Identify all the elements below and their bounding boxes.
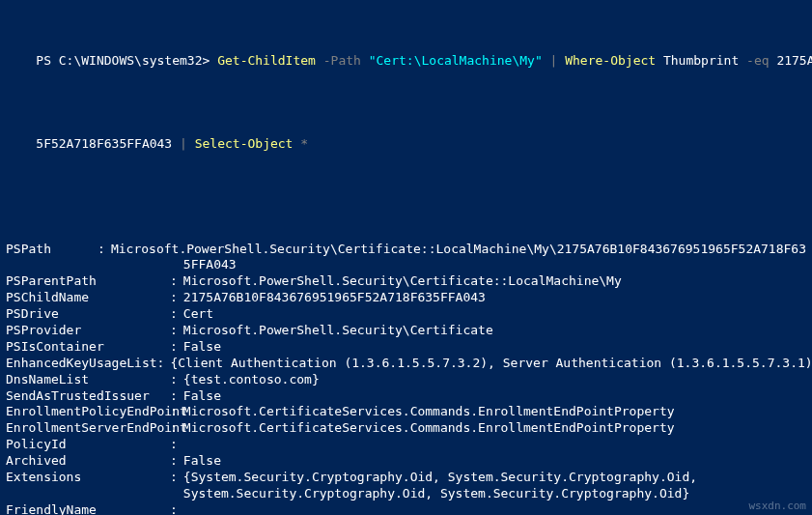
thumbprint-value-part1: 2175A76B10F84367695196 [776,53,812,68]
property-name: EnhancedKeyUsageList [6,356,157,372]
property-value: {Client Authentication (1.3.6.1.5.5.7.3.… [170,356,812,372]
output-row: EnhancedKeyUsageList:{Client Authenticat… [6,356,806,372]
output-row: PSDrive:Cert [6,306,806,323]
command-output: PSPath:Microsoft.PowerShell.Security\Cer… [6,242,806,515]
property-name: PSPath [6,242,98,258]
property-value: {System.Security.Cryptography.Oid, Syste… [183,470,806,486]
property-value: Microsoft.CertificateServices.Commands.E… [183,404,806,420]
property-value: Microsoft.PowerShell.Security\Certificat… [183,273,806,290]
command-line-2: 5F52A718F635FFA043 | Select-Object * [6,120,806,169]
ps-prompt: PS C:\WINDOWS\system32> [36,53,217,68]
property-value: Microsoft.PowerShell.Security\Certificat… [111,242,806,258]
property-name: PSChildName [6,290,170,306]
output-row: PSChildName:2175A76B10F843676951965F52A7… [6,290,806,306]
output-row: PSPath:Microsoft.PowerShell.Security\Cer… [6,242,806,258]
property-value: Cert [183,306,806,323]
cmdlet-where-object: Where-Object [565,53,656,68]
powershell-terminal[interactable]: PS C:\WINDOWS\system32> Get-ChildItem -P… [0,0,812,515]
output-row: PSParentPath:Microsoft.PowerShell.Securi… [6,273,806,290]
pipe-1: | [550,53,558,68]
property-name: PSDrive [6,306,170,323]
string-certpath: "Cert:\LocalMachine\My" [369,53,543,68]
property-value [183,502,806,515]
wildcard-star: * [300,136,308,151]
property-value: False [183,339,806,356]
thumbprint-value-part2: 5F52A718F635FFA043 [36,136,180,151]
property-value: 2175A76B10F843676951965F52A718F635FFA043 [183,290,806,306]
property-name: FriendlyName [6,502,170,515]
property-name: PolicyId [6,437,170,453]
output-row: SendAsTrustedIssuer:False [6,388,806,405]
property-name: SendAsTrustedIssuer [6,388,170,405]
pipe-2: | [180,136,187,151]
output-row: 5FFA043 [6,257,806,273]
property-value: Microsoft.PowerShell.Security\Certificat… [183,323,806,339]
output-row: PolicyId: [6,437,806,453]
watermark-text: wsxdn.com [748,500,806,513]
output-row: PSProvider:Microsoft.PowerShell.Security… [6,323,806,339]
output-row: Extensions:{System.Security.Cryptography… [6,470,806,486]
property-name: PSIsContainer [6,339,170,356]
operator-eq: -eq [746,53,769,68]
output-row: Archived:False [6,453,806,470]
cmdlet-select-object: Select-Object [195,136,294,151]
output-row: EnrollmentPolicyEndPoint:Microsoft.Certi… [6,404,806,420]
output-row: System.Security.Cryptography.Oid, System… [6,486,806,502]
property-name: DnsNameList [6,372,170,388]
property-value: False [183,388,806,405]
property-name: Archived [6,453,170,470]
param-path: -Path [323,53,361,68]
property-value: Microsoft.CertificateServices.Commands.E… [183,420,806,437]
property-name: EnrollmentServerEndPoint [6,420,170,437]
property-name: PSParentPath [6,273,170,290]
cmdlet-get-childitem: Get-ChildItem [217,53,316,68]
property-name: EnrollmentPolicyEndPoint [6,404,170,420]
property-value: {test.contoso.com} [183,372,806,388]
output-row: PSIsContainer:False [6,339,806,356]
property-name: Extensions [6,470,170,486]
command-line-1: PS C:\WINDOWS\system32> Get-ChildItem -P… [6,37,806,86]
property-value: False [183,453,806,470]
output-row: FriendlyName: [6,502,806,515]
property-thumbprint: Thumbprint [663,53,739,68]
property-name: PSProvider [6,323,170,339]
output-row: DnsNameList:{test.contoso.com} [6,372,806,388]
output-row: EnrollmentServerEndPoint:Microsoft.Certi… [6,420,806,437]
property-value [183,437,806,453]
